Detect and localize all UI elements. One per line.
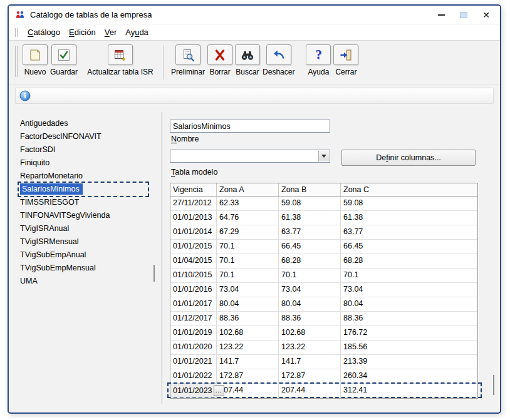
grid-cell[interactable]: 88.36 xyxy=(279,312,341,325)
list-item[interactable]: SalariosMinimos xyxy=(19,183,148,196)
toolbar-borrar-button[interactable]: Borrar xyxy=(207,44,232,76)
combo-dropdown-button[interactable] xyxy=(318,151,329,161)
grid-cell[interactable]: 59.08 xyxy=(341,197,477,210)
toolbar-nuevo-button[interactable]: Nuevo xyxy=(23,44,48,76)
grid-cell[interactable]: 66.45 xyxy=(341,240,477,254)
grid-cell[interactable]: 63.77 xyxy=(279,225,341,239)
list-item[interactable]: TINFONAVITSegVivienda xyxy=(19,209,148,222)
grid-cell[interactable]: 64.76 xyxy=(217,211,279,225)
grid-cell[interactable]: 88.36 xyxy=(217,312,279,325)
menu-ayuda[interactable]: Ayuda xyxy=(121,26,153,39)
toolbar-actualizar-isr-button[interactable]: Actualizar tabla ISR xyxy=(86,44,154,76)
list-item[interactable]: Finiquito xyxy=(19,156,148,170)
grid-row[interactable]: 01/01/2020123.22123.22185.56 xyxy=(170,341,477,355)
grid-row[interactable]: 01/01/201467.2963.7763.77 xyxy=(170,225,477,240)
grid-cell[interactable]: 141.7 xyxy=(279,355,341,369)
grid-cell[interactable]: 80.04 xyxy=(341,297,477,311)
toolbar-preliminar-button[interactable]: Preliminar xyxy=(171,44,205,76)
grid-cell[interactable]: 80.04 xyxy=(279,297,341,311)
definir-columnas-button[interactable]: Definir columnas... xyxy=(341,150,476,166)
grid-row[interactable]: 01/10/201570.170.170.1 xyxy=(170,269,477,283)
grid-cell[interactable]: 01/12/2017 xyxy=(170,312,217,325)
grid-row[interactable]: 01/01/201570.166.4566.45 xyxy=(170,240,477,254)
grid-cell[interactable]: 73.04 xyxy=(217,283,279,297)
grid-cell[interactable]: 63.77 xyxy=(341,225,477,239)
grid-cell[interactable]: 70.1 xyxy=(217,240,279,254)
maximize-button[interactable] xyxy=(452,6,475,24)
grid-cell[interactable]: 176.72 xyxy=(341,326,477,340)
grid-cell[interactable]: 172.87 xyxy=(279,369,341,383)
menu-edicion[interactable]: Edición xyxy=(65,26,100,39)
grid-cell[interactable]: 68.28 xyxy=(341,254,477,268)
grid-row[interactable]: 01/01/2021141.7141.7213.39 xyxy=(170,355,477,369)
grid-cell[interactable]: 01/01/2015 xyxy=(170,240,217,254)
list-scrollbar-thumb[interactable] xyxy=(154,265,155,282)
grid-cell[interactable]: 67.29 xyxy=(217,225,279,239)
toolbar-deshacer-button[interactable]: Deshacer xyxy=(263,44,294,76)
grid-row[interactable]: 01/01/201673.0473.0473.04 xyxy=(170,283,477,297)
grid-cell[interactable]: 66.45 xyxy=(279,240,341,254)
grid-cell[interactable]: 70.1 xyxy=(217,269,279,282)
list-item[interactable]: Antiguedades xyxy=(19,117,148,130)
grid-cell[interactable]: 01/01/2016 xyxy=(170,283,217,297)
grid-cell[interactable]: 70.1 xyxy=(279,269,341,282)
grid-row[interactable]: 01/01/201364.7661.3861.38 xyxy=(170,211,477,225)
cell-editor-button[interactable]: ... xyxy=(214,385,224,396)
list-item[interactable]: UMA xyxy=(19,275,148,288)
grid-cell[interactable]: 260.34 xyxy=(341,369,477,383)
toolbar-guardar-button[interactable]: Guardar xyxy=(50,44,78,76)
list-item[interactable]: TVigISRAnual xyxy=(19,222,148,235)
menu-ver[interactable]: Ver xyxy=(100,26,122,39)
grid-cell[interactable]: 141.7 xyxy=(217,355,279,369)
grid-column-header[interactable]: Vigencia xyxy=(170,183,217,196)
grid-cell[interactable]: 61.38 xyxy=(341,211,477,225)
grid-cell[interactable]: 01/01/2023... xyxy=(170,384,217,397)
grid-column-header[interactable]: Zona B xyxy=(279,183,341,196)
grid-scrollbar-thumb[interactable] xyxy=(493,375,494,395)
grid-cell[interactable]: 01/01/2021 xyxy=(170,355,217,369)
grid-cell[interactable]: 01/01/2020 xyxy=(170,341,217,354)
grid-cell[interactable]: 80.04 xyxy=(217,297,279,311)
tabla-modelo-select[interactable] xyxy=(170,150,330,163)
minimize-button[interactable] xyxy=(430,6,452,24)
list-item[interactable]: FactorDescINFONAVIT xyxy=(19,130,148,143)
grid-cell[interactable]: 73.04 xyxy=(279,283,341,297)
list-item[interactable]: TVigISRMensual xyxy=(19,235,148,248)
grid-cell[interactable]: 59.08 xyxy=(279,197,341,210)
grid-row[interactable]: 01/04/201570.168.2868.28 xyxy=(170,254,477,269)
grid-column-header[interactable]: Zona C xyxy=(341,183,477,196)
grid-row[interactable]: 01/12/201788.3688.3688.36 xyxy=(170,312,477,326)
grid-row[interactable]: 01/01/2019102.68102.68176.72 xyxy=(170,326,477,341)
grid-row[interactable]: 27/11/201262.3359.0859.08 xyxy=(170,197,477,211)
toolbar-ayuda-button[interactable]: ? Ayuda xyxy=(306,44,331,76)
grid-cell[interactable]: 123.22 xyxy=(217,341,279,354)
grid-cell[interactable]: 312.41 xyxy=(341,384,477,397)
grid-cell[interactable]: 172.87 xyxy=(217,369,279,383)
grid-cell[interactable]: 70.1 xyxy=(341,269,477,282)
grid-cell[interactable]: 01/01/2022 xyxy=(170,369,217,383)
grid-row[interactable]: 01/01/2023...207.44207.44312.41 xyxy=(170,384,477,398)
toolbar-cerrar-button[interactable]: Cerrar xyxy=(333,44,358,76)
list-item[interactable]: FactorSDI xyxy=(19,143,148,156)
grid-cell[interactable]: 01/10/2015 xyxy=(170,269,217,282)
grid-cell[interactable]: 207.44 xyxy=(279,384,341,397)
grid-cell[interactable]: 01/01/2017 xyxy=(170,297,217,311)
menu-catalogo[interactable]: Catálogo xyxy=(23,26,65,39)
grid-cell[interactable]: 123.22 xyxy=(279,341,341,354)
grid-cell[interactable]: 62.33 xyxy=(217,197,279,210)
grid-cell[interactable]: 185.56 xyxy=(341,341,477,354)
grid-cell[interactable]: 207.44 xyxy=(217,384,279,397)
grid-cell[interactable]: 213.39 xyxy=(341,355,477,369)
nombre-input[interactable] xyxy=(170,120,330,133)
grid-cell[interactable]: 01/01/2013 xyxy=(170,211,217,225)
grid-cell[interactable]: 01/04/2015 xyxy=(170,254,217,268)
grid-cell[interactable]: 70.1 xyxy=(217,254,279,268)
list-item[interactable]: RepartoMonetario xyxy=(19,170,148,183)
grid-cell[interactable]: 68.28 xyxy=(279,254,341,268)
grid-cell[interactable]: 27/11/2012 xyxy=(170,197,217,210)
grid-cell[interactable]: 88.36 xyxy=(341,312,477,325)
grid-row[interactable]: 01/01/2022172.87172.87260.34 xyxy=(170,369,477,384)
grid-cell[interactable]: 01/01/2019 xyxy=(170,326,217,340)
toolbar-grip[interactable] xyxy=(15,46,18,77)
grid-cell[interactable]: 102.68 xyxy=(279,326,341,340)
